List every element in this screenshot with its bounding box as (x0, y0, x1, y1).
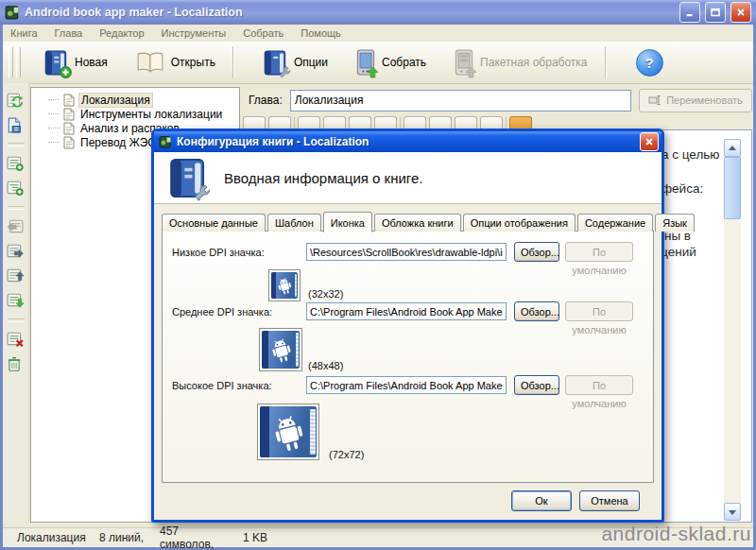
archive-chapter-icon[interactable] (7, 356, 26, 372)
sidebar-separator (8, 318, 25, 322)
tab-icon[interactable]: Иконка (323, 212, 372, 232)
move-down-icon[interactable] (7, 293, 26, 309)
editor-toolbar-button[interactable] (404, 116, 426, 129)
menu-editor[interactable]: Редактор (99, 27, 144, 39)
high-dpi-label: Высокое DPI значка: (172, 380, 272, 391)
editor-toolbar-button[interactable] (509, 116, 532, 129)
build-button[interactable]: Собрать (349, 45, 434, 79)
tree-item-localization-tools[interactable]: Инструменты локализации (31, 107, 239, 121)
low-dpi-label: Низкое DPI значка: (172, 247, 265, 258)
editor-text-fragment: фейса: (662, 181, 703, 196)
medium-dpi-path-input[interactable] (306, 302, 507, 320)
tab-language[interactable]: Язык (655, 214, 695, 232)
help-button[interactable]: ? (636, 49, 663, 77)
batch-button[interactable]: Пакетная обработка (447, 45, 594, 79)
cancel-button[interactable]: Отмена (579, 490, 640, 511)
export-chapter-icon[interactable] (7, 117, 26, 133)
tree-item-localization[interactable]: Локализация (31, 93, 239, 107)
page-icon (63, 136, 75, 149)
editor-toolbar-button[interactable] (429, 116, 452, 129)
dialog-titlebar: Конфигурация книги - Localization (154, 131, 662, 152)
ok-button[interactable]: Ок (511, 490, 572, 511)
tab-contents[interactable]: Содержание (577, 214, 653, 232)
move-left-icon[interactable] (7, 219, 26, 235)
build-phone-icon (356, 49, 375, 76)
menu-build[interactable]: Собрать (243, 27, 284, 39)
sidebar-separator (8, 206, 25, 210)
move-up-icon[interactable] (7, 268, 26, 284)
android-robot-icon (268, 412, 310, 455)
dialog-tabs: Основные данные Шаблон Иконка Обложка кн… (162, 211, 654, 232)
close-button[interactable] (730, 2, 751, 23)
medium-dpi-default-button[interactable]: По умолчанию (565, 301, 633, 321)
scrollbar-thumb[interactable] (724, 157, 741, 219)
high-dpi-size-label: (72x72) (329, 449, 364, 460)
high-dpi-path-input[interactable] (306, 376, 507, 394)
dialog-header: Вводная информация о книге. (154, 152, 662, 204)
open-book-button[interactable]: Открыть (129, 47, 223, 77)
android-robot-icon (267, 335, 296, 368)
editor-toolbar-button[interactable] (323, 116, 346, 129)
status-lines: 8 линий, (99, 531, 148, 544)
batch-phone-icon (455, 49, 473, 76)
scroll-up-button[interactable] (724, 139, 741, 157)
editor-toolbar-button[interactable] (268, 116, 291, 129)
icon-tab-page: Низкое DPI значка: Обзор... По умолчанию… (162, 231, 654, 483)
tab-template[interactable]: Шаблон (267, 214, 321, 232)
scroll-down-button[interactable] (724, 503, 741, 521)
maximize-button[interactable] (705, 2, 726, 23)
chapter-label: Глава: (249, 94, 283, 107)
medium-dpi-icon-preview (259, 328, 302, 371)
status-size: 1 KB (243, 531, 267, 544)
rename-label: Переименовать (666, 95, 743, 106)
toolbar-gripper[interactable] (16, 47, 21, 77)
dialog-close-button[interactable] (640, 132, 659, 151)
delete-chapter-icon[interactable] (7, 332, 26, 348)
new-book-icon (44, 50, 68, 76)
editor-toolbar-separator (400, 117, 401, 129)
menu-tools[interactable]: Инструменты (162, 27, 227, 39)
rename-button[interactable]: Переименовать (639, 89, 752, 112)
main-toolbar: Новая Открыть Опции Собрать (3, 42, 753, 84)
low-dpi-path-input[interactable] (306, 243, 507, 261)
help-icon: ? (644, 55, 653, 71)
tree-connector (48, 128, 60, 129)
low-dpi-default-button[interactable]: По умолчанию (565, 242, 633, 262)
minimize-button[interactable] (679, 2, 700, 23)
new-book-button[interactable]: Новая (37, 46, 115, 79)
tab-book-cover[interactable]: Обложка книги (374, 214, 461, 232)
rename-icon (648, 95, 662, 106)
sidebar-separator (8, 143, 25, 146)
tab-basic-data[interactable]: Основные данные (162, 214, 266, 232)
move-right-icon[interactable] (7, 244, 26, 260)
batch-label: Пакетная обработка (480, 56, 587, 69)
editor-toolbar-button[interactable] (374, 116, 397, 129)
add-subchapter-icon[interactable] (7, 180, 26, 197)
add-chapter-icon[interactable] (7, 156, 26, 172)
options-label: Опции (294, 56, 328, 69)
low-dpi-browse-button[interactable]: Обзор... (514, 242, 559, 262)
editor-toolbar-button[interactable] (455, 116, 477, 129)
sync-chapter-icon[interactable] (7, 93, 26, 109)
editor-toolbar-button[interactable] (243, 116, 266, 129)
app-icon (5, 5, 20, 20)
tree-item-label: Перевод ЖЭС (78, 136, 158, 149)
toolbar-gripper[interactable] (9, 47, 13, 77)
chapter-name-input[interactable] (290, 90, 631, 112)
menu-book[interactable]: Книга (10, 27, 38, 39)
editor-toolbar-button[interactable] (480, 116, 503, 129)
chapter-bar: Глава: Переименовать (243, 87, 752, 113)
high-dpi-browse-button[interactable]: Обзор... (514, 375, 559, 395)
high-dpi-default-button[interactable]: По умолчанию (565, 375, 633, 395)
options-button[interactable]: Опции (256, 46, 335, 79)
tab-display-options[interactable]: Опции отображения (463, 214, 576, 232)
medium-dpi-browse-button[interactable]: Обзор... (514, 301, 559, 321)
new-book-label: Новая (75, 56, 108, 69)
page-icon (63, 94, 75, 107)
tree-item-label: Локализация (78, 93, 153, 108)
menu-chapter[interactable]: Глава (55, 27, 83, 39)
editor-toolbar-separator (506, 117, 507, 129)
editor-toolbar-button[interactable] (349, 116, 371, 129)
menu-help[interactable]: Помощь (301, 27, 341, 39)
editor-toolbar-button[interactable] (298, 116, 320, 129)
